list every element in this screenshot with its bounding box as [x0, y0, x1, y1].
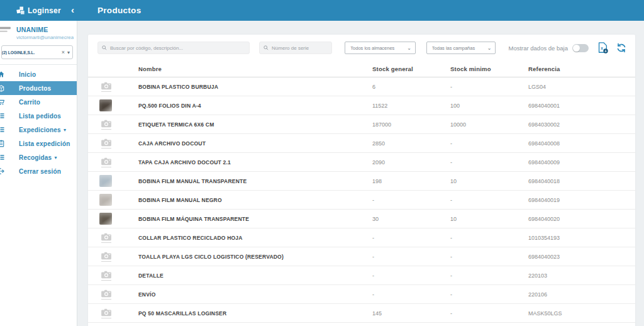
user-name: UNANIME	[16, 26, 74, 33]
user-meta: UNANIME victormarti@unanimecrea	[16, 26, 74, 40]
export-excel-button[interactable]: x	[596, 42, 609, 54]
referencia-value: 6984040023	[528, 254, 635, 260]
product-photo	[99, 213, 112, 225]
product-name: TAPA CAJA ARCHIVO DOCOUT 2.1	[138, 159, 372, 166]
stock-minimo-value: 100	[450, 103, 528, 109]
list-icon	[0, 154, 5, 161]
sidebar-item-expediciones[interactable]: Expediciones ▾	[0, 123, 77, 137]
referencia-value: 6984040008	[528, 140, 635, 147]
logout-icon	[0, 167, 5, 175]
product-name: BOBINA FILM MÁQUINA TRANSPARENTE	[138, 216, 372, 222]
table-row[interactable]: BOBINA PLASTICO BURBUJA 6 - LGS04	[88, 77, 635, 96]
stock-minimo-value: -	[450, 291, 528, 298]
product-name: COLLAR PLASTICO RECICLADO HOJA	[138, 235, 372, 241]
warehouse-select-value: Todos los almacenes	[350, 45, 403, 51]
column-header-nombre: Nombre	[138, 65, 372, 72]
sidebar-item-lista-expedici-n[interactable]: Lista expedición	[0, 137, 77, 150]
sidebar-item-productos[interactable]: Productos	[0, 81, 77, 95]
search-placeholder: Buscar por código, descripción...	[110, 45, 183, 51]
no-image-camera-icon	[100, 81, 113, 90]
loginser-mini-logo	[0, 26, 14, 35]
brand-name: Loginser	[28, 6, 61, 15]
sidebar-item-lista-pedidos[interactable]: Lista pedidos	[0, 109, 77, 123]
referencia-value: MASK50LGS	[528, 310, 635, 317]
clipboard-icon	[0, 140, 5, 147]
table-row[interactable]: CAJA ARCHIVO DOCOUT 2850 - 6984040008	[88, 134, 635, 153]
product-name: TOALLA PLAYA LGS CICLO LOGISTICO (RESERV…	[138, 254, 372, 260]
stock-general-value: -	[372, 254, 450, 260]
table-row[interactable]: COLLAR PLASTICO RECICLADO HOJA - - 10103…	[88, 228, 635, 247]
product-name: PQ.500 FOLIOS DIN A-4	[138, 103, 372, 109]
referencia-value: 6984040001	[528, 103, 635, 109]
search-icon	[264, 45, 269, 50]
sidebar-collapse-icon[interactable]: ‹	[71, 5, 74, 14]
clear-icon[interactable]: ×	[62, 49, 65, 55]
sidebar-item-inicio[interactable]: Inicio	[0, 67, 77, 81]
table-row[interactable]: BOBINA FILM MÁQUINA TRANSPARENTE 30 10 6…	[88, 210, 635, 228]
campaign-select-value: Todas las campañas	[432, 45, 484, 51]
stock-minimo-value: 10000	[450, 121, 528, 128]
referencia-value: 220106	[528, 291, 635, 298]
table-row[interactable]: PQ 50 MASCARILLAS LOGINSER 145 - MASK50L…	[88, 304, 635, 323]
stock-general-value: -	[372, 273, 450, 279]
refresh-button[interactable]	[616, 43, 626, 53]
table-row[interactable]: TAPA CAJA ARCHIVO DOCOUT 2.1 2090 - 6984…	[88, 153, 635, 172]
table-row[interactable]: TOALLA PLAYA LGS CICLO LOGISTICO (RESERV…	[88, 247, 635, 266]
chevron-down-icon: ⌄	[407, 45, 411, 51]
table-row[interactable]: PQ.500 FOLIOS DIN A-4 11522 100 69840400…	[88, 96, 635, 115]
page-title: Productos	[97, 6, 141, 15]
no-image-placeholder	[99, 307, 113, 320]
referencia-value: 1010354193	[528, 235, 635, 241]
excel-export-icon: x	[596, 42, 609, 54]
product-name: PQ 50 MASCARILLAS LOGINSER	[138, 310, 372, 317]
no-image-camera-icon	[100, 308, 113, 317]
toggle-knob	[573, 45, 580, 52]
products-card: Buscar por código, descripción... Número…	[88, 35, 635, 326]
user-email: victormarti@unanimecrea	[16, 35, 74, 40]
table-row[interactable]: BOBINA FILM MANUAL TRANSPARENTE 198 10 6…	[88, 172, 635, 191]
list-icon	[0, 112, 5, 120]
referencia-value: 6984030002	[528, 121, 635, 128]
product-photo	[99, 99, 112, 111]
table-header: Nombre Stock general Stock minimo Refere…	[88, 60, 635, 77]
product-name: DETALLE	[138, 273, 372, 279]
table-row[interactable]: ETIQUETA TERMICA 6X6 CM 187000 10000 698…	[88, 115, 635, 134]
no-image-camera-icon	[100, 232, 113, 241]
product-name: BOBINA FILM MANUAL TRANSPARENTE	[138, 178, 372, 184]
show-inactive-label: Mostrar dados de baja	[508, 45, 568, 52]
no-image-camera-icon	[100, 119, 113, 128]
company-select[interactable]: (2) LOGINLE,S.L. × ▾	[1, 45, 73, 59]
home-icon	[0, 70, 5, 78]
show-inactive-toggle[interactable]	[572, 44, 589, 52]
search-input[interactable]: Buscar por código, descripción...	[97, 42, 250, 54]
table-row[interactable]: DETALLE - - 220103	[88, 266, 635, 285]
stock-minimo-value: -	[450, 84, 528, 90]
stock-general-value: 198	[372, 178, 450, 184]
table-row[interactable]: ENVÍO - - 220106	[88, 285, 635, 304]
stock-general-value: 30	[372, 216, 450, 222]
product-photo	[99, 194, 112, 206]
campaign-select[interactable]: Todas las campañas ⌄	[426, 42, 496, 54]
table-row[interactable]: BOBINA FILM MAQUINA NEGRO 9 - 6984060002	[88, 323, 635, 326]
stock-general-value: 2850	[372, 140, 450, 147]
no-image-placeholder	[99, 250, 113, 263]
sidebar-item-recogidas[interactable]: Recogidas ▾	[0, 150, 77, 164]
stock-general-value: 6	[372, 84, 450, 90]
no-image-camera-icon	[100, 270, 113, 279]
products-box-icon	[0, 84, 5, 92]
column-header-stock-minimo: Stock minimo	[450, 65, 528, 72]
sidebar-item-carrito[interactable]: Carrito	[0, 95, 77, 109]
sidebar: UNANIME victormarti@unanimecrea (2) LOGI…	[0, 21, 77, 326]
chevron-down-icon[interactable]: ▾	[67, 50, 70, 55]
stock-general-value: -	[372, 197, 450, 203]
serial-number-input[interactable]: Número de serie	[259, 42, 332, 54]
sidebar-item-cerrar-sesi-n[interactable]: Cerrar sesión	[0, 164, 77, 178]
no-image-placeholder	[99, 156, 113, 169]
no-image-placeholder	[99, 232, 113, 244]
stock-minimo-value: 10	[450, 216, 528, 222]
column-header-referencia: Referencia	[528, 65, 635, 72]
warehouse-select[interactable]: Todos los almacenes ⌄	[345, 42, 416, 54]
column-header-stock-general: Stock general	[372, 65, 450, 72]
table-row[interactable]: BOBINA FILM MANUAL NEGRO - - 6984040019	[88, 191, 635, 210]
referencia-value: 6984040009	[528, 159, 635, 166]
